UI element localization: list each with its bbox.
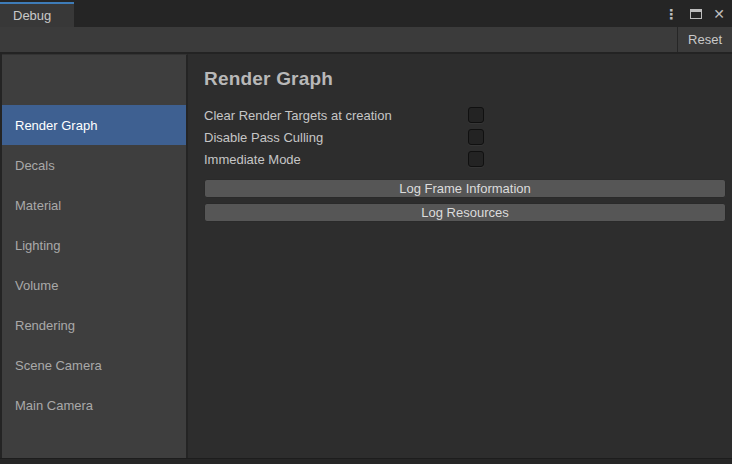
maximize-icon[interactable] [690,9,702,19]
setting-label: Immediate Mode [204,152,468,167]
toolbar: Reset [0,27,732,54]
setting-label: Disable Pass Culling [204,130,468,145]
sidebar-item-label: Main Camera [15,398,93,413]
sidebar-item-material[interactable]: Material [2,185,186,225]
tab-debug-label: Debug [13,8,51,23]
log-frame-information-button[interactable]: Log Frame Information [204,179,726,198]
close-icon[interactable]: ✕ [712,7,726,21]
sidebar-item-label: Render Graph [15,118,97,133]
clear-render-targets-checkbox[interactable] [468,107,484,123]
sidebar-item-rendering[interactable]: Rendering [2,305,186,345]
setting-row-disable-pass-culling: Disable Pass Culling [204,129,726,145]
reset-button-label: Reset [688,32,722,47]
sidebar-item-lighting[interactable]: Lighting [2,225,186,265]
sidebar-item-main-camera[interactable]: Main Camera [2,385,186,425]
window-bottom-edge [0,458,732,464]
tab-bar: Debug ⋮ ✕ [0,0,732,27]
sidebar-item-render-graph[interactable]: Render Graph [2,105,186,145]
sidebar-item-label: Rendering [15,318,75,333]
debug-window: Debug ⋮ ✕ Reset Render Graph Decals Mate… [0,0,732,464]
log-resources-button[interactable]: Log Resources [204,203,726,222]
sidebar-item-label: Decals [15,158,55,173]
sidebar-item-label: Material [15,198,61,213]
sidebar-item-label: Scene Camera [15,358,102,373]
disable-pass-culling-checkbox[interactable] [468,129,484,145]
sidebar-item-label: Lighting [15,238,61,253]
reset-button[interactable]: Reset [677,27,732,52]
immediate-mode-checkbox[interactable] [468,151,484,167]
setting-label: Clear Render Targets at creation [204,108,468,123]
sidebar-item-label: Volume [15,278,58,293]
window-controls: ⋮ ✕ [662,0,726,27]
page-title: Render Graph [204,68,726,90]
window-body: Render Graph Decals Material Lighting Vo… [0,54,732,458]
kebab-menu-icon[interactable]: ⋮ [662,7,680,21]
render-graph-panel: Render Graph Clear Render Targets at cre… [188,54,732,458]
setting-row-clear-render-targets: Clear Render Targets at creation [204,107,726,123]
sidebar-item-decals[interactable]: Decals [2,145,186,185]
sidebar-item-scene-camera[interactable]: Scene Camera [2,345,186,385]
setting-row-immediate-mode: Immediate Mode [204,151,726,167]
log-buttons: Log Frame Information Log Resources [204,179,726,222]
sidebar-item-volume[interactable]: Volume [2,265,186,305]
sidebar: Render Graph Decals Material Lighting Vo… [2,54,188,458]
tab-debug[interactable]: Debug [0,2,74,27]
